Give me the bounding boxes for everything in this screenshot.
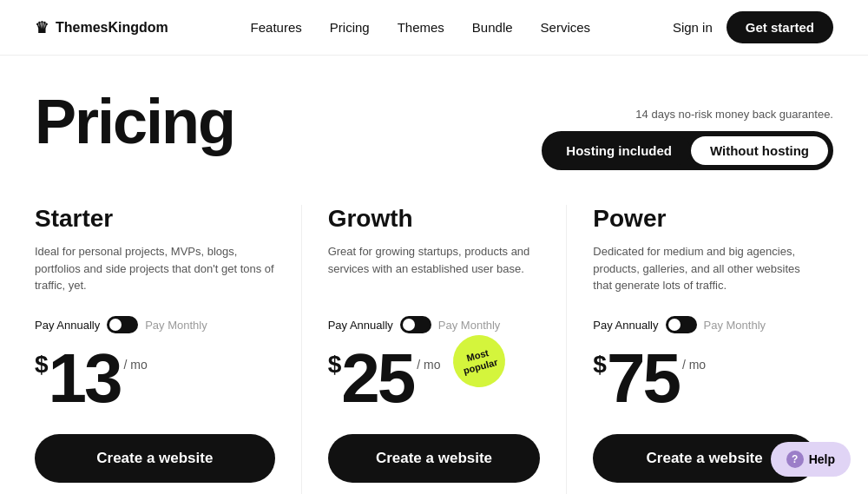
cta-button-starter[interactable]: Create a website: [35, 434, 275, 483]
plan-card-growth: Growth Great for growing startups, produ…: [301, 205, 568, 494]
page-title: Pricing: [35, 90, 234, 153]
price-row-growth: $ 25 / mo Most popular: [328, 344, 541, 413]
plan-name-starter: Starter: [35, 205, 275, 233]
cta-button-growth[interactable]: Create a website: [328, 434, 541, 483]
plan-card-starter: Starter Ideal for personal projects, MVP…: [35, 205, 301, 494]
billing-switch-growth[interactable]: [400, 316, 431, 333]
plan-desc-growth: Great for growing startups, products and…: [328, 243, 541, 295]
help-label: Help: [809, 452, 835, 466]
pricing-section: Starter Ideal for personal projects, MVP…: [0, 188, 868, 494]
logo[interactable]: ♛ ThemesKingdom: [35, 18, 168, 37]
get-started-button[interactable]: Get started: [727, 11, 833, 43]
help-button[interactable]: ? Help: [771, 442, 851, 477]
billing-annually-starter: Pay Annually: [35, 319, 100, 332]
billing-toggle-growth: Pay Annually Pay Monthly: [328, 316, 541, 333]
price-amount-power: 75: [607, 344, 679, 413]
hero-section: Pricing 14 days no-risk money back guara…: [0, 56, 868, 188]
guarantee-text: 14 days no-risk money back guarantee.: [635, 108, 833, 121]
nav-link-themes[interactable]: Themes: [398, 20, 444, 35]
plan-name-power: Power: [593, 205, 816, 233]
nav-link-bundle[interactable]: Bundle: [472, 20, 513, 35]
nav-link-features[interactable]: Features: [251, 20, 302, 35]
billing-monthly-starter: Pay Monthly: [145, 319, 207, 332]
plan-desc-power: Dedicated for medium and big agencies, p…: [593, 243, 816, 295]
plan-name-growth: Growth: [328, 205, 541, 233]
price-amount-growth: 25: [341, 344, 413, 413]
billing-switch-starter[interactable]: [107, 316, 138, 333]
without-hosting-option[interactable]: Without hosting: [691, 136, 828, 165]
help-icon: ?: [786, 451, 804, 468]
popular-badge: Most popular: [448, 329, 511, 392]
billing-annually-power: Pay Annually: [593, 319, 658, 332]
logo-text: ThemesKingdom: [56, 20, 168, 36]
billing-annually-growth: Pay Annually: [328, 319, 393, 332]
nav-actions: Sign in Get started: [673, 11, 833, 43]
billing-monthly-growth: Pay Monthly: [438, 319, 501, 332]
hosting-toggle[interactable]: Hosting included Without hosting: [542, 131, 833, 170]
price-currency-starter: $: [35, 351, 49, 379]
hosting-included-option[interactable]: Hosting included: [547, 136, 691, 165]
price-row-power: $ 75 / mo: [593, 344, 816, 413]
billing-monthly-power: Pay Monthly: [704, 319, 766, 332]
navbar: ♛ ThemesKingdom Features Pricing Themes …: [0, 0, 868, 56]
price-amount-starter: 13: [49, 344, 121, 413]
price-period-growth: / mo: [417, 358, 440, 372]
sign-in-button[interactable]: Sign in: [673, 20, 713, 35]
price-currency-growth: $: [328, 351, 342, 379]
crown-icon: ♛: [35, 18, 49, 37]
price-period-starter: / mo: [124, 358, 148, 372]
billing-toggle-starter: Pay Annually Pay Monthly: [35, 316, 275, 333]
price-row-starter: $ 13 / mo: [35, 344, 275, 413]
plan-desc-starter: Ideal for personal projects, MVPs, blogs…: [35, 243, 275, 295]
price-period-power: / mo: [682, 358, 706, 372]
billing-toggle-power: Pay Annually Pay Monthly: [593, 316, 816, 333]
nav-link-pricing[interactable]: Pricing: [330, 20, 370, 35]
hero-right: 14 days no-risk money back guarantee. Ho…: [542, 90, 833, 170]
nav-links: Features Pricing Themes Bundle Services: [251, 20, 591, 35]
nav-link-services[interactable]: Services: [541, 20, 591, 35]
billing-switch-power[interactable]: [666, 316, 697, 333]
price-currency-power: $: [593, 351, 607, 379]
